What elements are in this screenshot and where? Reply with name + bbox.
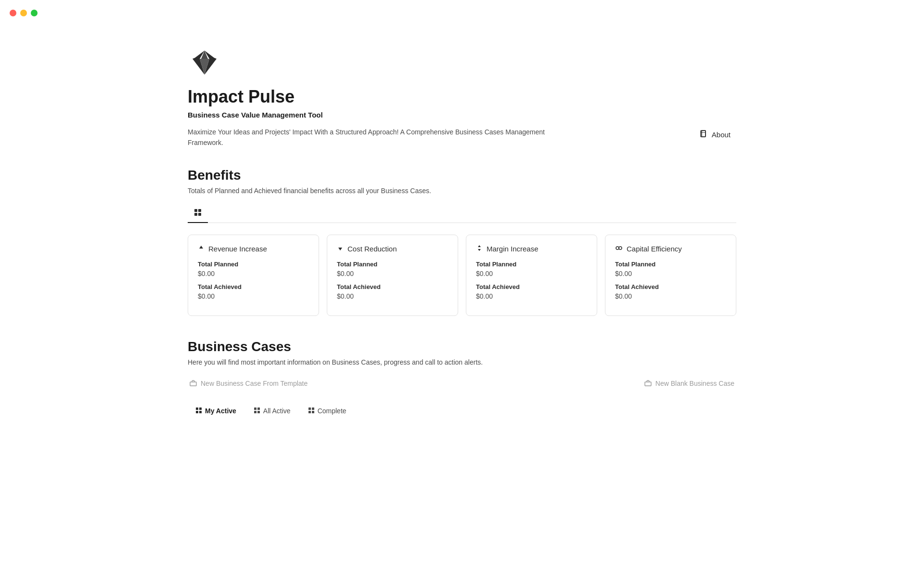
revenue-card-title: Revenue Increase [198, 245, 309, 253]
filter-tab-all-active[interactable]: All Active [246, 403, 298, 419]
briefcase-icon [190, 380, 197, 388]
close-button[interactable] [10, 10, 16, 16]
svg-rect-19 [196, 411, 198, 413]
svg-rect-15 [190, 382, 196, 386]
revenue-achieved-label: Total Achieved [198, 283, 309, 290]
benefits-grid: Revenue Increase Total Planned $0.00 Tot… [188, 235, 736, 316]
new-from-template-button[interactable]: New Business Case From Template [188, 376, 309, 392]
cost-planned-label: Total Planned [337, 261, 448, 268]
svg-point-13 [616, 247, 619, 250]
business-cases-description: Here you will find most important inform… [188, 358, 736, 366]
capital-card-title: Capital Efficiency [615, 245, 726, 253]
description-row: Maximize Your Ideas and Projects' Impact… [188, 127, 736, 148]
cost-reduction-card: Cost Reduction Total Planned $0.00 Total… [327, 235, 458, 316]
svg-rect-16 [645, 382, 651, 386]
svg-rect-20 [199, 411, 202, 413]
svg-rect-9 [194, 209, 197, 212]
arrow-down-icon [337, 245, 344, 253]
app-title: Impact Pulse [188, 87, 736, 107]
maximize-button[interactable] [31, 10, 38, 16]
arrow-up-icon [198, 245, 205, 253]
margin-card-title: Margin Increase [476, 245, 587, 253]
capital-planned-label: Total Planned [615, 261, 726, 268]
benefits-description: Totals of Planned and Achieved financial… [188, 187, 736, 195]
briefcase-blank-icon [644, 380, 652, 388]
margin-planned-label: Total Planned [476, 261, 587, 268]
svg-rect-12 [198, 213, 201, 216]
capital-achieved-label: Total Achieved [615, 283, 726, 290]
my-active-label: My Active [205, 407, 236, 415]
benefits-tab-bar [188, 204, 736, 223]
svg-rect-11 [194, 213, 197, 216]
about-label: About [712, 131, 731, 139]
margin-planned-value: $0.00 [476, 270, 587, 277]
complete-label: Complete [318, 407, 346, 415]
all-active-label: All Active [263, 407, 291, 415]
capital-planned-value: $0.00 [615, 270, 726, 277]
cost-achieved-value: $0.00 [337, 292, 448, 300]
capital-efficiency-card: Capital Efficiency Total Planned $0.00 T… [605, 235, 736, 316]
capital-efficiency-icon [615, 245, 623, 253]
svg-rect-25 [308, 407, 311, 410]
svg-rect-24 [257, 411, 260, 413]
minimize-button[interactable] [20, 10, 27, 16]
svg-rect-17 [196, 407, 198, 410]
app-subtitle: Business Case Value Management Tool [188, 111, 736, 119]
filter-tab-complete[interactable]: Complete [300, 403, 354, 419]
new-blank-button[interactable]: New Blank Business Case [642, 376, 736, 392]
svg-rect-21 [254, 407, 257, 410]
svg-rect-7 [702, 131, 706, 137]
action-button-spacer [321, 376, 631, 392]
benefits-grid-tab[interactable] [188, 204, 208, 223]
revenue-increase-card: Revenue Increase Total Planned $0.00 Tot… [188, 235, 319, 316]
cost-planned-value: $0.00 [337, 270, 448, 277]
svg-marker-5 [201, 51, 208, 59]
margin-increase-card: Margin Increase Total Planned $0.00 Tota… [466, 235, 597, 316]
grid-icon [193, 210, 202, 218]
all-active-grid-icon [254, 407, 260, 415]
new-from-template-label: New Business Case From Template [201, 380, 308, 387]
revenue-planned-label: Total Planned [198, 261, 309, 268]
about-button[interactable]: About [693, 127, 736, 143]
business-cases-title: Business Cases [188, 339, 736, 355]
complete-grid-icon [308, 407, 315, 415]
header-section: Impact Pulse Business Case Value Managem… [188, 48, 736, 148]
cost-card-title: Cost Reduction [337, 245, 448, 253]
svg-rect-18 [199, 407, 202, 410]
svg-rect-27 [308, 411, 311, 413]
filter-tabs-row: My Active All Active [188, 403, 736, 419]
svg-rect-10 [198, 209, 201, 212]
capital-achieved-value: $0.00 [615, 292, 726, 300]
new-blank-label: New Blank Business Case [655, 380, 734, 387]
benefits-title: Benefits [188, 168, 736, 183]
traffic-lights [10, 10, 38, 16]
app-description: Maximize Your Ideas and Projects' Impact… [188, 127, 563, 148]
svg-rect-23 [254, 411, 257, 413]
cost-achieved-label: Total Achieved [337, 283, 448, 290]
svg-rect-22 [257, 407, 260, 410]
action-buttons-row: New Business Case From Template New Blan… [188, 376, 736, 392]
benefits-section: Benefits Totals of Planned and Achieved … [188, 168, 736, 316]
logo-icon [188, 48, 736, 79]
svg-rect-28 [312, 411, 314, 413]
book-icon [699, 130, 708, 140]
business-cases-section: Business Cases Here you will find most i… [188, 339, 736, 419]
my-active-grid-icon [195, 407, 202, 415]
svg-rect-26 [312, 407, 314, 410]
main-content: Impact Pulse Business Case Value Managem… [149, 0, 775, 477]
arrows-updown-icon [476, 245, 483, 253]
revenue-achieved-value: $0.00 [198, 292, 309, 300]
margin-achieved-label: Total Achieved [476, 283, 587, 290]
filter-tab-my-active[interactable]: My Active [188, 403, 244, 419]
svg-point-14 [619, 247, 622, 250]
revenue-planned-value: $0.00 [198, 270, 309, 277]
margin-achieved-value: $0.00 [476, 292, 587, 300]
